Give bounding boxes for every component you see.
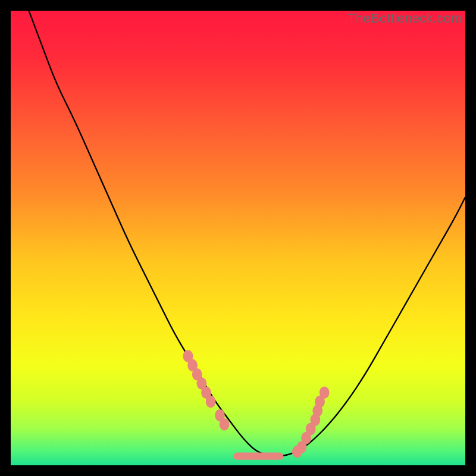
marker-dot	[206, 396, 216, 408]
marker-dot	[220, 418, 230, 431]
bottleneck-chart	[11, 11, 465, 465]
marker-dot	[320, 386, 330, 399]
marker-bottom-bar	[233, 453, 283, 460]
gradient-background	[11, 11, 465, 465]
chart-frame: TheBottleneck.com	[11, 11, 465, 465]
watermark-text: TheBottleneck.com	[347, 11, 462, 26]
